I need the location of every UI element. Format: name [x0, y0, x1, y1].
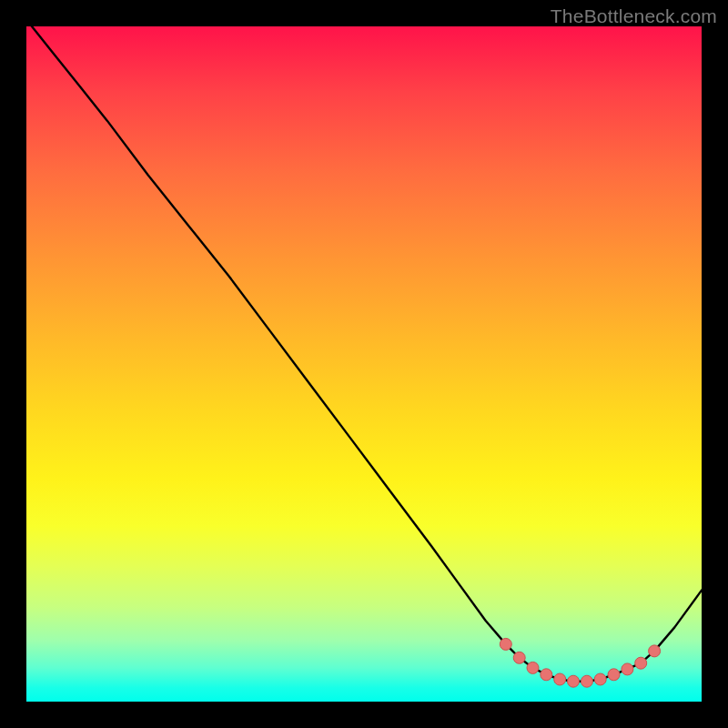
- chart-marker: [581, 675, 592, 687]
- chart-marker: [649, 645, 661, 657]
- chart-marker: [608, 669, 620, 681]
- chart-markers: [500, 638, 660, 687]
- chart-marker: [541, 669, 552, 681]
- chart-marker: [635, 657, 647, 669]
- chart-marker: [554, 673, 566, 685]
- chart-curve: [26, 20, 702, 682]
- chart-marker: [594, 673, 606, 685]
- chart-marker: [568, 675, 580, 687]
- chart-marker: [513, 652, 525, 663]
- chart-marker: [527, 662, 539, 673]
- watermark-text: TheBottleneck.com: [551, 5, 717, 27]
- chart-marker: [622, 663, 633, 675]
- chart-plot: [26, 26, 702, 702]
- chart-marker: [500, 638, 511, 650]
